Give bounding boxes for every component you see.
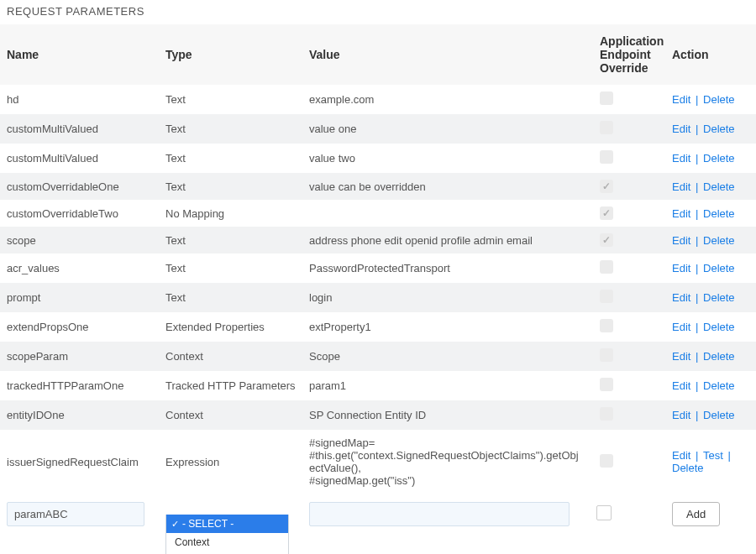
cell-type: Text <box>159 253 302 283</box>
action-separator: | <box>692 152 701 165</box>
cell-name: customMultiValued <box>0 144 159 173</box>
col-header-action: Action <box>665 24 756 85</box>
cell-action: Edit | Test | Delete <box>665 430 756 494</box>
new-param-name-input[interactable] <box>7 502 144 526</box>
cell-type: Text <box>159 114 302 144</box>
dropdown-selected-option[interactable]: - SELECT - <box>166 515 288 533</box>
delete-link[interactable]: Delete <box>703 321 735 333</box>
aeo-checkbox[interactable] <box>600 348 613 362</box>
cell-value: value can be overridden <box>302 173 590 200</box>
cell-type: Text <box>159 173 302 200</box>
cell-aeo <box>590 430 665 494</box>
edit-link[interactable]: Edit <box>672 449 690 462</box>
edit-link[interactable]: Edit <box>672 291 690 304</box>
aeo-checkbox[interactable] <box>600 290 613 303</box>
action-separator: | <box>692 379 701 392</box>
edit-link[interactable]: Edit <box>672 262 690 274</box>
delete-link[interactable]: Delete <box>703 207 735 220</box>
aeo-checkbox[interactable] <box>600 121 613 134</box>
delete-link[interactable]: Delete <box>703 93 735 106</box>
aeo-checkbox[interactable] <box>600 150 613 164</box>
col-header-value: Value <box>302 24 590 85</box>
cell-type: Context <box>159 400 302 430</box>
edit-link[interactable]: Edit <box>672 379 690 392</box>
delete-link[interactable]: Delete <box>703 262 735 274</box>
cell-action: Edit | Delete <box>665 114 756 144</box>
cell-name: customOverridableTwo <box>0 200 159 227</box>
new-param-value-input[interactable] <box>309 502 570 526</box>
table-row: customMultiValuedTextvalue oneEdit | Del… <box>0 114 756 144</box>
action-separator: | <box>692 350 701 363</box>
edit-link[interactable]: Edit <box>672 350 690 363</box>
aeo-checkbox[interactable] <box>600 233 613 247</box>
edit-link[interactable]: Edit <box>672 409 690 421</box>
test-link[interactable]: Test <box>703 449 723 462</box>
cell-name: customMultiValued <box>0 114 159 144</box>
cell-action: Edit | Delete <box>665 200 756 227</box>
cell-action: Edit | Delete <box>665 173 756 200</box>
edit-link[interactable]: Edit <box>672 207 690 220</box>
cell-aeo <box>590 227 665 253</box>
cell-name: acr_values <box>0 253 159 283</box>
cell-action: Edit | Delete <box>665 227 756 253</box>
delete-link[interactable]: Delete <box>703 291 735 304</box>
aeo-checkbox[interactable] <box>600 206 613 220</box>
table-row: extendPropsOneExtended PropertiesextProp… <box>0 312 756 342</box>
aeo-checkbox[interactable] <box>600 180 613 193</box>
cell-action: Edit | Delete <box>665 342 756 371</box>
edit-link[interactable]: Edit <box>672 180 690 193</box>
action-separator: | <box>692 180 701 193</box>
aeo-checkbox[interactable] <box>600 91 613 105</box>
dropdown-option[interactable]: Context <box>166 533 288 551</box>
edit-link[interactable]: Edit <box>672 321 690 333</box>
delete-link[interactable]: Delete <box>703 180 735 193</box>
cell-value: SP Connection Entity ID <box>302 400 590 430</box>
cell-aeo <box>590 85 665 114</box>
cell-name: prompt <box>0 283 159 312</box>
cell-aeo <box>590 253 665 283</box>
cell-name: entityIDOne <box>0 400 159 430</box>
cell-type: Text <box>159 283 302 312</box>
aeo-checkbox[interactable] <box>600 378 613 391</box>
delete-link[interactable]: Delete <box>703 234 735 247</box>
table-row: customOverridableTwoNo MappingEdit | Del… <box>0 200 756 227</box>
cell-aeo <box>590 312 665 342</box>
action-separator: | <box>692 449 701 462</box>
table-row: trackedHTTPParamOneTracked HTTP Paramete… <box>0 371 756 400</box>
cell-value: PasswordProtectedTransport <box>302 253 590 283</box>
edit-link[interactable]: Edit <box>672 234 690 247</box>
request-parameters-table: Name Type Value Application Endpoint Ove… <box>0 24 756 494</box>
cell-action: Edit | Delete <box>665 283 756 312</box>
cell-name: hd <box>0 85 159 114</box>
delete-link[interactable]: Delete <box>703 350 735 363</box>
new-row-table: - SELECT -ContextExpressionExtended Prop… <box>0 494 756 535</box>
edit-link[interactable]: Edit <box>672 152 690 165</box>
cell-type: Context <box>159 342 302 371</box>
delete-link[interactable]: Delete <box>672 462 704 474</box>
cell-name: trackedHTTPParamOne <box>0 371 159 400</box>
cell-aeo <box>590 371 665 400</box>
dropdown-option[interactable]: Expression <box>166 551 288 555</box>
action-separator: | <box>692 123 701 135</box>
cell-value: value one <box>302 114 590 144</box>
cell-action: Edit | Delete <box>665 253 756 283</box>
aeo-checkbox[interactable] <box>600 260 613 274</box>
delete-link[interactable]: Delete <box>703 379 735 392</box>
cell-name: scope <box>0 227 159 253</box>
action-separator: | <box>692 93 701 106</box>
cell-action: Edit | Delete <box>665 144 756 173</box>
delete-link[interactable]: Delete <box>703 123 735 135</box>
aeo-checkbox[interactable] <box>600 319 613 332</box>
new-param-aeo-checkbox[interactable] <box>596 505 612 520</box>
cell-type: No Mapping <box>159 200 302 227</box>
delete-link[interactable]: Delete <box>703 409 735 421</box>
edit-link[interactable]: Edit <box>672 93 690 106</box>
cell-type: Text <box>159 85 302 114</box>
cell-value: login <box>302 283 590 312</box>
aeo-checkbox[interactable] <box>600 454 613 468</box>
aeo-checkbox[interactable] <box>600 407 613 421</box>
add-button[interactable]: Add <box>672 502 720 526</box>
action-separator: | <box>692 321 701 333</box>
delete-link[interactable]: Delete <box>703 152 735 165</box>
edit-link[interactable]: Edit <box>672 123 690 135</box>
